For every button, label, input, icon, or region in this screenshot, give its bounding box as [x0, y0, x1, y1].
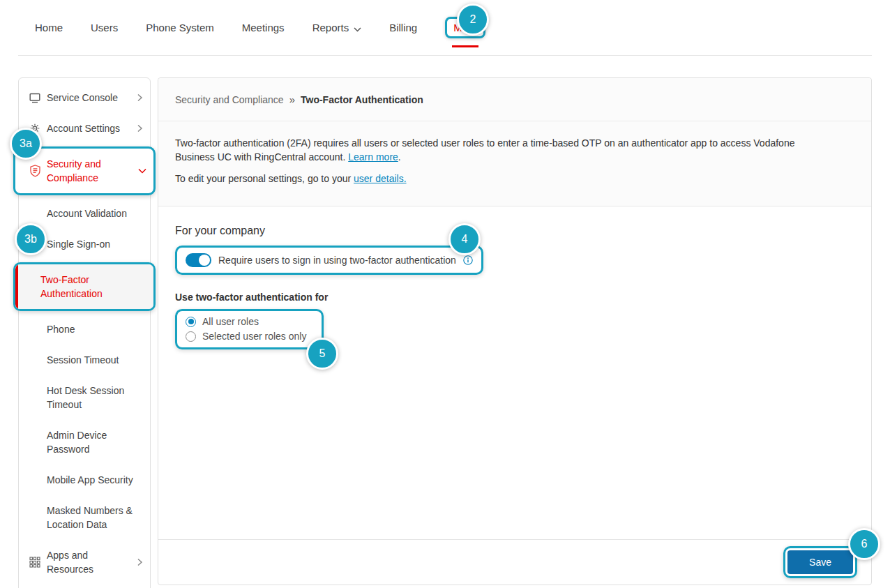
chevron-right-icon: [137, 124, 143, 133]
intro-text-1: Two-factor authentication (2FA) requires…: [175, 137, 794, 163]
nav-item-label: Users: [91, 22, 118, 33]
chevron-right-icon: [137, 93, 143, 102]
intro-text-2: To edit your personal settings, go to yo…: [175, 173, 351, 184]
radio-option-selected-user-roles-only[interactable]: Selected user roles only: [186, 331, 306, 342]
radio-selected-icon: [186, 317, 196, 327]
annotation-badge-3b: 3b: [15, 223, 47, 255]
intro-section: Two-factor authentication (2FA) requires…: [158, 121, 871, 206]
highlight-box-save: Save: [783, 546, 857, 578]
highlight-box-role-options: All user roles Selected user roles only: [175, 309, 324, 349]
nav-item-label: Billing: [389, 22, 417, 33]
monitor-icon: [29, 93, 41, 103]
sidebar-item-account-validation[interactable]: Account Validation: [19, 198, 150, 229]
highlight-box-2fa-toggle: Require users to sign in using two-facto…: [175, 246, 483, 275]
nav-item-reports[interactable]: Reports: [312, 21, 362, 34]
top-nav: Home Users Phone System Meetings Reports…: [18, 0, 872, 56]
sidebar-item-label: Hot Desk Session Timeout: [47, 384, 143, 412]
sidebar-item-session-timeout[interactable]: Session Timeout: [19, 345, 150, 375]
radio-option-label: All user roles: [202, 316, 259, 327]
nav-item-home[interactable]: Home: [35, 22, 63, 33]
nav-item-phone-system[interactable]: Phone System: [146, 22, 214, 33]
sidebar-item-label: Session Timeout: [47, 353, 143, 367]
company-section-heading: For your company: [175, 225, 854, 237]
sidebar-item-label: Account Settings: [47, 121, 134, 135]
sidebar-item-hot-desk-session-timeout[interactable]: Hot Desk Session Timeout: [19, 375, 150, 420]
sidebar-item-label: Two-Factor Authentication: [40, 273, 146, 301]
intro-paragraph-1: Two-factor authentication (2FA) requires…: [175, 136, 831, 164]
sidebar-item-label: Mobile App Security: [47, 473, 143, 487]
nav-item-label: Home: [35, 22, 63, 33]
radio-unselected-icon: [186, 331, 196, 342]
breadcrumb: Security and Compliance » Two-Factor Aut…: [158, 78, 871, 121]
main-panel: Security and Compliance » Two-Factor Aut…: [158, 77, 872, 585]
shield-icon: [29, 165, 41, 177]
sidebar-item-label: Apps and Resources: [47, 548, 134, 576]
radio-option-label: Selected user roles only: [202, 331, 306, 342]
nav-item-users[interactable]: Users: [91, 22, 118, 33]
annotation-badge-5: 5: [306, 338, 338, 370]
radio-option-all-user-roles[interactable]: All user roles: [186, 316, 306, 327]
nav-item-label: Meetings: [242, 22, 285, 33]
footer-bar: Save: [158, 539, 871, 585]
sidebar-item-admin-device-password[interactable]: Admin Device Password: [19, 420, 150, 465]
learn-more-link[interactable]: Learn more: [348, 151, 398, 163]
sidebar-item-phone[interactable]: Phone: [19, 314, 150, 345]
annotation-badge-4: 4: [448, 223, 481, 255]
annotation-badge-6: 6: [848, 528, 880, 560]
nav-item-label: Reports: [312, 22, 349, 33]
annotation-badge-3a: 3a: [10, 128, 42, 160]
sidebar-item-label: Account Validation: [47, 206, 143, 220]
nav-item-meetings[interactable]: Meetings: [242, 22, 285, 33]
annotation-badge-2: 2: [457, 3, 489, 36]
page-layout: Service Console Account Settings Securit…: [18, 77, 872, 588]
sidebar-item-two-factor-authentication[interactable]: Two-Factor Authentication: [15, 264, 153, 309]
intro-paragraph-2: To edit your personal settings, go to yo…: [175, 172, 831, 186]
sidebar-item-label: Security and Compliance: [47, 157, 135, 185]
page-title: Two-Factor Authentication: [301, 94, 423, 105]
sidebar-item-label: Phone: [47, 322, 143, 336]
roles-section-heading: Use two-factor authentication for: [175, 292, 854, 303]
save-button[interactable]: Save: [787, 550, 853, 574]
apps-grid-icon: [29, 557, 41, 568]
chevron-down-icon: [138, 168, 146, 174]
require-2fa-toggle[interactable]: [186, 253, 211, 267]
sidebar-item-apps-and-resources[interactable]: Apps and Resources: [19, 540, 150, 585]
intro-text-1-suffix: .: [398, 151, 401, 163]
sidebar-item-label: Single Sign-on: [47, 237, 143, 251]
chevron-down-icon: [354, 22, 361, 34]
toggle-knob: [199, 255, 210, 266]
sidebar-item-service-console[interactable]: Service Console: [19, 82, 150, 113]
more-active-underline: [452, 45, 478, 47]
sidebar-item-label: Admin Device Password: [47, 428, 143, 456]
user-details-link[interactable]: user details.: [354, 173, 406, 184]
breadcrumb-separator-icon: »: [289, 93, 295, 105]
sidebar-item-label: Masked Numbers & Location Data: [47, 504, 143, 532]
nav-item-label: Phone System: [146, 22, 214, 33]
chevron-right-icon: [137, 558, 143, 566]
highlight-box-two-factor-authentication: Two-Factor Authentication: [13, 262, 156, 311]
sidebar-item-label: Service Console: [47, 91, 134, 105]
sidebar-item-masked-numbers-location-data[interactable]: Masked Numbers & Location Data: [19, 495, 150, 540]
sidebar-item-mobile-app-security[interactable]: Mobile App Security: [19, 465, 150, 495]
require-2fa-toggle-label: Require users to sign in using two-facto…: [218, 255, 456, 266]
content-section: For your company Require users to sign i…: [158, 206, 871, 539]
breadcrumb-section[interactable]: Security and Compliance: [175, 94, 284, 105]
nav-item-billing[interactable]: Billing: [389, 22, 417, 33]
info-icon[interactable]: [463, 255, 473, 265]
